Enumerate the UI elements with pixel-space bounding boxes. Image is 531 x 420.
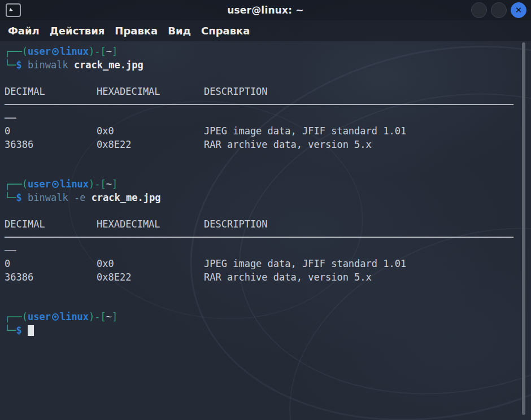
kali-at-icon [52, 48, 59, 55]
cell-description: JPEG image data, JFIF standard 1.01 [204, 125, 406, 137]
terminal-content[interactable]: ┌──(userlinux)-[~] └─$ binwalk crack_me.… [0, 41, 531, 420]
blank-line [5, 72, 531, 85]
blank-line [5, 165, 531, 178]
blank-line [5, 284, 531, 298]
cell-hexadecimal: 0x8E22 [97, 271, 204, 285]
prompt-frame: ┌──( [5, 311, 28, 322]
cell-decimal: 36386 [5, 138, 97, 152]
prompt-user: user [28, 46, 51, 57]
prompt-path: ~ [106, 178, 112, 190]
prompt-frame: ] [112, 311, 117, 322]
prompt-frame: └─ [5, 59, 16, 71]
cell-description: RAR archive data, version 5.x [204, 272, 372, 283]
minimize-button[interactable] [471, 2, 487, 18]
window-title: user@linux: ~ [0, 5, 531, 16]
menu-bar: Файл Действия Правка Вид Справка [0, 20, 531, 41]
prompt-dollar: $ [16, 59, 21, 71]
close-button[interactable]: ✕ [511, 2, 526, 18]
prompt-frame: ] [112, 46, 117, 57]
prompt-frame: )-[ [89, 46, 106, 57]
binwalk-result-row: 363860x8E22RAR archive data, version 5.x [5, 138, 531, 152]
kali-at-icon [52, 181, 59, 188]
cell-description: JPEG image data, JFIF standard 1.01 [204, 258, 406, 269]
binwalk-result-row: 00x0JPEG image data, JFIF standard 1.01 [5, 125, 531, 138]
scrollbar-thumb[interactable] [522, 42, 525, 415]
prompt-host: linux [60, 178, 89, 190]
kali-at-icon [52, 313, 59, 321]
screen: { "window": { "title": "user@linux: ~", … [0, 0, 531, 420]
cell-description: RAR archive data, version 5.x [204, 139, 372, 150]
command-line-1: └─$ binwalk crack_me.jpg [5, 59, 531, 72]
prompt-user: user [28, 311, 51, 322]
column-header-hexadecimal: HEXADECIMAL [97, 85, 204, 99]
window-titlebar[interactable]: user@linux: ~ ✕ [0, 0, 531, 20]
command-argument: crack_me.jpg [92, 192, 161, 203]
terminal-cursor [28, 325, 34, 336]
menu-item-edit[interactable]: Правка [110, 25, 163, 37]
binwalk-result-row: 363860x8E22RAR archive data, version 5.x [5, 271, 531, 285]
window-buttons: ✕ [471, 2, 531, 18]
menu-item-file[interactable]: Файл [3, 25, 45, 37]
column-header-hexadecimal: HEXADECIMAL [97, 218, 204, 231]
terminal-window: user@linux: ~ ✕ Файл Действия Правка Вид… [0, 0, 531, 420]
prompt-frame: └─ [5, 325, 16, 336]
command-program: binwalk [28, 59, 68, 71]
cell-decimal: 0 [5, 125, 97, 138]
column-header-decimal: DECIMAL [5, 85, 97, 99]
output-separator: ────────────────────────────────────────… [5, 231, 531, 244]
column-header-description: DESCRIPTION [204, 218, 268, 230]
prompt-frame: └─ [5, 192, 16, 203]
menu-item-actions[interactable]: Действия [45, 25, 110, 37]
output-header-row: DECIMALHEXADECIMALDESCRIPTION [5, 218, 531, 231]
close-icon: ✕ [515, 6, 523, 15]
prompt-user: user [28, 178, 51, 190]
menu-item-help[interactable]: Справка [196, 25, 255, 37]
output-separator-wrap: ── [5, 112, 531, 125]
prompt-frame: ┌──( [5, 46, 28, 57]
prompt-host: linux [60, 311, 89, 322]
prompt-host: linux [60, 46, 89, 57]
cell-hexadecimal: 0x8E22 [97, 138, 204, 152]
prompt-path: ~ [106, 311, 112, 322]
blank-line [5, 204, 531, 218]
output-header-row: DECIMALHEXADECIMALDESCRIPTION [5, 85, 531, 99]
prompt-path: ~ [106, 46, 112, 57]
output-separator-wrap: ── [5, 244, 531, 258]
menu-item-view[interactable]: Вид [163, 25, 196, 37]
cell-decimal: 0 [5, 257, 97, 271]
output-separator: ────────────────────────────────────────… [5, 98, 531, 112]
blank-line [5, 151, 531, 165]
prompt-frame: )-[ [89, 178, 106, 190]
prompt-line-2: ┌──(userlinux)-[~] [5, 178, 531, 191]
command-argument: crack_me.jpg [74, 59, 143, 71]
command-line-current[interactable]: └─$ [5, 324, 531, 338]
command-program: binwalk [28, 192, 68, 203]
prompt-dollar: $ [16, 325, 21, 336]
command-flag: -e [74, 192, 85, 203]
cell-decimal: 36386 [5, 271, 97, 285]
column-header-decimal: DECIMAL [5, 218, 97, 231]
prompt-frame: )-[ [89, 311, 106, 322]
binwalk-result-row: 00x0JPEG image data, JFIF standard 1.01 [5, 257, 531, 271]
prompt-frame: ┌──( [5, 178, 28, 190]
prompt-dollar: $ [16, 192, 21, 203]
column-header-description: DESCRIPTION [204, 86, 268, 97]
cell-hexadecimal: 0x0 [97, 125, 204, 138]
command-line-2: └─$ binwalk -e crack_me.jpg [5, 191, 531, 205]
cell-hexadecimal: 0x0 [97, 257, 204, 271]
prompt-frame: ] [112, 178, 117, 190]
blank-line [5, 298, 531, 311]
prompt-line-3: ┌──(userlinux)-[~] [5, 310, 531, 324]
prompt-line-1: ┌──(userlinux)-[~] [5, 45, 531, 59]
maximize-button[interactable] [491, 2, 507, 18]
